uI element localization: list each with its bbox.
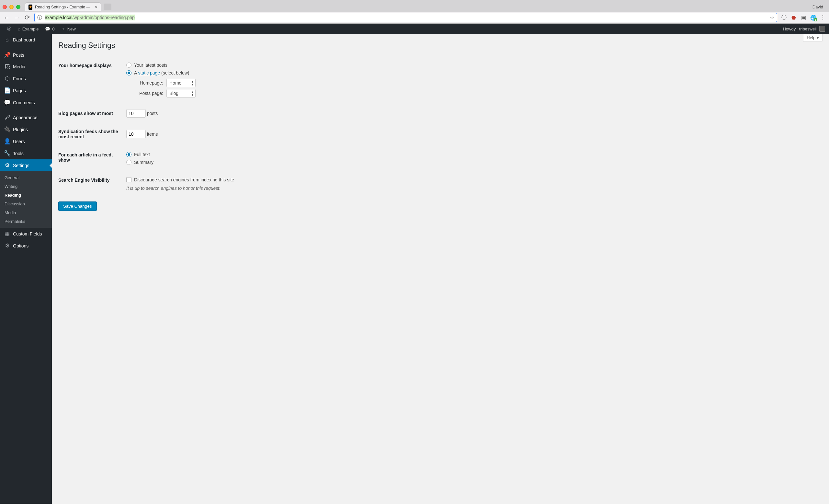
select-arrows-icon: ▴▾	[192, 91, 193, 96]
comments-menu[interactable]: 💬 0	[42, 27, 58, 31]
browser-profile-name[interactable]: David	[813, 4, 823, 9]
avatar	[819, 26, 825, 32]
site-name-menu[interactable]: ⌂ Example	[14, 27, 42, 31]
browser-chrome: ★ Reading Settings ‹ Example — × David ←…	[0, 0, 829, 24]
bookmark-icon[interactable]: ☆	[770, 14, 774, 21]
shield-extension-icon[interactable]: ⬣	[791, 14, 797, 21]
submenu-permalinks[interactable]: Permalinks	[0, 217, 52, 226]
postspage-select[interactable]: Blog ▴▾	[167, 89, 195, 98]
reload-button[interactable]: ⟳	[24, 13, 30, 22]
submenu-general[interactable]: General	[0, 173, 52, 182]
account-menu[interactable]: Howdy, tribeswell	[783, 26, 825, 32]
comment-icon: 💬	[45, 27, 50, 31]
settings-icon: ⚙	[4, 162, 10, 169]
chevron-down-icon: ▾	[817, 35, 819, 40]
sev-label: Search Engine Visibility	[58, 171, 123, 195]
blog-pages-suffix: posts	[147, 111, 158, 116]
wordpress-icon: ⓦ	[7, 26, 11, 32]
radio-static-page[interactable]: A static page (select below)	[126, 69, 819, 77]
howdy-prefix: Howdy,	[783, 27, 796, 31]
help-tab[interactable]: Help ▾	[803, 34, 823, 42]
homepage-select[interactable]: Home ▴▾	[167, 79, 195, 87]
admin-bar: ⓦ ⌂ Example 💬 0 ＋ New Howdy, tribeswell	[0, 24, 829, 34]
select-value: Blog	[169, 91, 178, 96]
sidebar-item-label: Comments	[13, 100, 35, 105]
radio-icon	[126, 63, 132, 68]
sidebar-item-plugins[interactable]: 🔌Plugins	[0, 123, 52, 135]
globe-extension-icon[interactable]: 🌐1	[810, 14, 816, 21]
howdy-user: tribeswell	[799, 27, 817, 31]
wp-logo-menu[interactable]: ⓦ	[4, 26, 14, 32]
submenu-media[interactable]: Media	[0, 208, 52, 217]
blog-pages-label: Blog pages show at most	[58, 104, 123, 122]
info-extension-icon[interactable]: ⓘ	[781, 14, 787, 21]
close-window-icon[interactable]	[3, 5, 7, 9]
minimize-window-icon[interactable]	[9, 5, 13, 9]
sidebar-item-settings[interactable]: ⚙Settings	[0, 159, 52, 171]
radio-summary[interactable]: Summary	[126, 158, 819, 166]
chrome-menu-icon[interactable]: ⋮	[820, 14, 826, 21]
sidebar-item-users[interactable]: 👤Users	[0, 135, 52, 147]
content-area: Help ▾ Reading Settings Your homepage di…	[52, 34, 829, 504]
sidebar-item-custom-fields[interactable]: ▦Custom Fields	[0, 228, 52, 240]
checkbox-icon	[126, 177, 132, 182]
forms-icon: ⬡	[4, 75, 10, 82]
sev-description: It is up to search engines to honor this…	[126, 186, 819, 191]
sidebar-item-options[interactable]: ⚙Options	[0, 240, 52, 252]
help-label: Help	[807, 35, 816, 40]
page-title: Reading Settings	[58, 41, 823, 50]
sidebar-item-label: Forms	[13, 76, 26, 81]
sidebar-item-label: Custom Fields	[13, 231, 42, 237]
radio-label: Full text	[134, 152, 150, 157]
save-button[interactable]: Save Changes	[58, 202, 97, 211]
blog-pages-input[interactable]	[126, 109, 146, 117]
radio-icon	[126, 70, 132, 75]
sidebar-item-comments[interactable]: 💬Comments	[0, 97, 52, 109]
media-icon: 🖼	[4, 64, 10, 70]
options-icon: ⚙	[4, 242, 10, 249]
sidebar-item-label: Media	[13, 64, 25, 69]
submenu-writing[interactable]: Writing	[0, 182, 52, 191]
sidebar-item-media[interactable]: 🖼Media	[0, 61, 52, 73]
sidebar-item-dashboard[interactable]: ⌂Dashboard	[0, 34, 52, 46]
checkbox-label: Discourage search engines from indexing …	[134, 177, 234, 182]
pages-icon: 📄	[4, 87, 10, 94]
submenu-discussion[interactable]: Discussion	[0, 200, 52, 208]
radio-icon	[126, 152, 132, 157]
close-tab-icon[interactable]: ×	[95, 4, 98, 10]
sidebar-item-label: Posts	[13, 52, 24, 58]
tools-icon: 🔧	[4, 150, 10, 157]
window-controls	[3, 5, 21, 9]
sidebar-item-appearance[interactable]: 🖌Appearance	[0, 112, 52, 123]
maximize-window-icon[interactable]	[16, 5, 21, 9]
comments-count: 0	[52, 27, 55, 31]
extension-badge: 1	[814, 18, 817, 22]
homepage-select-label: Homepage:	[134, 80, 163, 85]
back-button[interactable]: ←	[3, 14, 10, 22]
forward-button[interactable]: →	[13, 14, 20, 22]
syndication-suffix: items	[147, 132, 158, 137]
new-label: New	[67, 27, 76, 31]
sev-checkbox[interactable]: Discourage search engines from indexing …	[126, 176, 819, 184]
submenu-reading[interactable]: Reading	[0, 191, 52, 200]
plus-icon: ＋	[61, 26, 65, 32]
syndication-label: Syndication feeds show the most recent	[58, 122, 123, 146]
new-tab-button[interactable]	[104, 4, 111, 10]
sidebar-item-forms[interactable]: ⬡Forms	[0, 73, 52, 84]
syndication-input[interactable]	[126, 130, 146, 138]
cast-icon[interactable]: ▣	[800, 14, 806, 21]
appearance-icon: 🖌	[4, 114, 10, 121]
radio-label: Summary	[134, 160, 153, 165]
new-content-menu[interactable]: ＋ New	[58, 26, 79, 32]
site-info-icon[interactable]: ⓘ	[37, 14, 42, 21]
address-bar[interactable]: ⓘ example.local/wp-admin/options-reading…	[34, 13, 777, 22]
sidebar-item-posts[interactable]: 📌Posts	[0, 49, 52, 61]
browser-tab[interactable]: ★ Reading Settings ‹ Example — ×	[25, 2, 101, 11]
radio-latest-posts[interactable]: Your latest posts	[126, 61, 819, 69]
sidebar-item-tools[interactable]: 🔧Tools	[0, 147, 52, 159]
radio-full-text[interactable]: Full text	[126, 151, 819, 158]
select-arrows-icon: ▴▾	[192, 80, 193, 86]
sidebar-item-label: Dashboard	[13, 37, 35, 42]
sidebar-item-pages[interactable]: 📄Pages	[0, 84, 52, 97]
static-page-link[interactable]: static page	[138, 70, 160, 75]
